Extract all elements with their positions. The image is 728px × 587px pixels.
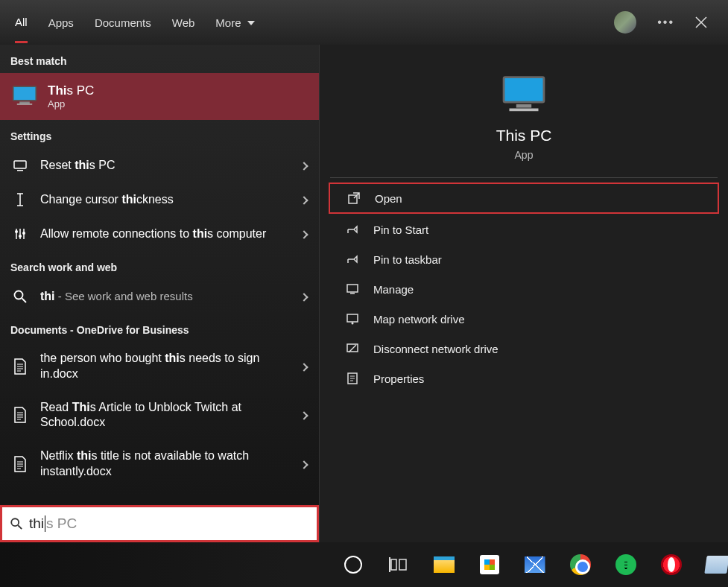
taskbar-spotify[interactable] <box>614 552 637 577</box>
svg-rect-21 <box>391 559 396 570</box>
close-icon <box>695 16 707 28</box>
svg-rect-2 <box>19 101 30 104</box>
tab-documents[interactable]: Documents <box>95 3 151 42</box>
notepad-icon <box>704 556 728 574</box>
chevron-right-icon <box>301 290 307 303</box>
svg-rect-5 <box>17 170 23 171</box>
search-results-main: Best match This PC App Settings Reset th… <box>0 45 728 542</box>
spotify-icon <box>615 554 636 575</box>
chevron-right-icon <box>301 227 307 241</box>
this-pc-icon <box>12 85 37 109</box>
taskbar-opera[interactable] <box>659 552 683 577</box>
action-properties[interactable]: Properties <box>329 364 719 393</box>
ms-store-icon <box>480 555 499 574</box>
chevron-right-icon <box>301 360 307 373</box>
tabs-container: All Apps Documents Web More <box>15 0 255 45</box>
taskbar-mail[interactable] <box>523 552 546 577</box>
taskbar-taskview[interactable] <box>387 552 410 577</box>
action-open[interactable]: Open <box>329 183 719 214</box>
chevron-right-icon <box>301 159 307 172</box>
file-explorer-icon <box>434 556 455 573</box>
section-search-web: Search work and web <box>0 251 319 279</box>
tab-more[interactable]: More <box>215 3 254 42</box>
chrome-icon <box>570 554 591 575</box>
opera-icon <box>661 554 682 575</box>
chevron-right-icon <box>301 193 307 206</box>
search-icon <box>10 517 23 530</box>
action-map-label: Map network drive <box>373 313 465 326</box>
results-left-panel: Best match This PC App Settings Reset th… <box>0 45 319 542</box>
action-pin-start-label: Pin to Start <box>373 223 428 236</box>
action-open-label: Open <box>375 192 402 205</box>
map-drive-icon <box>345 312 360 326</box>
action-disconnect-drive[interactable]: Disconnect network drive <box>329 334 719 363</box>
section-documents: Documents - OneDrive for Business <box>0 314 319 342</box>
pin-icon <box>345 223 360 236</box>
close-button[interactable] <box>695 16 707 28</box>
doc-result-1[interactable]: Read This Article to Unblock Twitch at S… <box>0 391 319 440</box>
this-pc-large-icon <box>499 74 548 113</box>
options-ellipsis[interactable]: ••• <box>657 16 674 29</box>
taskbar-notepad[interactable] <box>705 552 728 577</box>
tab-all[interactable]: All <box>15 2 28 43</box>
sliders-icon <box>12 226 28 241</box>
search-typed: thi <box>29 515 44 531</box>
doc-result-0[interactable]: the person who bought this needs to sign… <box>0 342 319 391</box>
svg-point-6 <box>15 230 18 233</box>
best-match-text: This PC App <box>48 83 94 110</box>
svg-rect-23 <box>389 557 390 572</box>
taskbar <box>0 542 728 587</box>
settings-item-reset-pc[interactable]: Reset this PC <box>0 148 319 183</box>
taskbar-chrome[interactable] <box>569 552 592 577</box>
chevron-down-icon <box>247 21 255 25</box>
chevron-right-icon <box>301 457 307 471</box>
action-properties-label: Properties <box>373 372 424 385</box>
section-settings: Settings <box>0 120 319 148</box>
action-pin-taskbar[interactable]: Pin to taskbar <box>329 245 719 273</box>
open-icon <box>346 191 361 205</box>
pin-icon <box>345 253 360 266</box>
user-avatar[interactable] <box>614 11 636 34</box>
taskbar-store[interactable] <box>478 552 501 577</box>
cursor-icon <box>12 192 28 207</box>
svg-point-7 <box>19 235 22 238</box>
svg-rect-22 <box>399 559 406 570</box>
svg-rect-0 <box>13 86 37 101</box>
action-pin-taskbar-label: Pin to taskbar <box>373 253 442 266</box>
search-icon <box>12 289 28 304</box>
reset-icon <box>12 158 28 173</box>
svg-rect-16 <box>347 314 358 322</box>
best-match-title-bold: Thi <box>48 83 67 98</box>
document-icon <box>12 358 28 375</box>
action-map-drive[interactable]: Map network drive <box>329 305 719 333</box>
svg-point-8 <box>22 232 25 235</box>
search-filter-tabbar: All Apps Documents Web More ••• <box>0 0 728 45</box>
cortana-icon <box>344 556 362 574</box>
best-match-result[interactable]: This PC App <box>0 73 319 120</box>
disconnect-drive-icon <box>345 342 360 355</box>
tab-more-label: More <box>215 16 241 29</box>
text-caret <box>45 515 45 532</box>
manage-icon <box>345 282 360 296</box>
doc-result-2[interactable]: Netflix this title is not available to w… <box>0 440 319 489</box>
document-icon <box>12 407 28 423</box>
search-text: this PC <box>29 515 77 533</box>
svg-rect-3 <box>17 104 32 105</box>
settings-item-remote-connections[interactable]: Allow remote connections to this compute… <box>0 217 319 251</box>
svg-rect-4 <box>14 161 26 168</box>
svg-rect-13 <box>510 109 539 112</box>
web-search-result[interactable]: thi - See work and web results <box>0 279 319 314</box>
document-icon <box>12 456 28 472</box>
action-pin-start[interactable]: Pin to Start <box>329 215 719 244</box>
search-input[interactable]: this PC <box>0 505 319 542</box>
preview-sub: App <box>515 149 534 161</box>
best-match-sub: App <box>48 98 94 110</box>
action-manage[interactable]: Manage <box>329 275 719 303</box>
chevron-right-icon <box>301 408 307 422</box>
taskbar-explorer[interactable] <box>432 552 455 577</box>
tab-web[interactable]: Web <box>172 3 195 42</box>
settings-item-cursor-thickness[interactable]: Change cursor thickness <box>0 183 319 217</box>
tab-apps[interactable]: Apps <box>48 3 74 42</box>
action-manage-label: Manage <box>373 283 414 296</box>
taskbar-cortana[interactable] <box>341 552 364 577</box>
